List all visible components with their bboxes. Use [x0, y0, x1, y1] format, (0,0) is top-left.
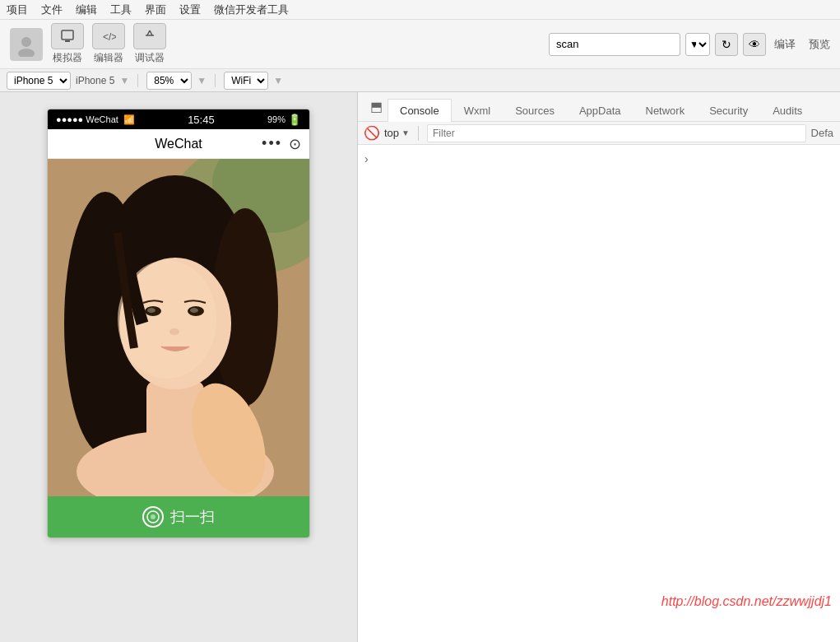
- console-content: › http://blog.csdn.net/zzwwjjdj1: [358, 145, 840, 642]
- debugger-icon: [133, 23, 166, 49]
- context-selector[interactable]: top ▼: [384, 127, 410, 139]
- svg-point-21: [147, 308, 155, 313]
- console-chevron[interactable]: ›: [364, 152, 369, 165]
- console-toolbar: 🚫 top ▼ Defa: [358, 122, 840, 145]
- editor-label: 编辑器: [94, 51, 123, 65]
- phone-content-image: [48, 159, 309, 496]
- search-input[interactable]: [549, 33, 680, 56]
- toolbar: 模拟器 </> 编辑器 调试器 ▼ ↻ 👁 编译 预览: [0, 20, 840, 69]
- network-select[interactable]: WiFi: [224, 72, 268, 90]
- phone-status-bar: ●●●●● WeChat 📶 15:45 99% 🔋: [48, 109, 309, 129]
- simulator-button[interactable]: 模拟器: [51, 23, 84, 65]
- phone-mockup: ●●●●● WeChat 📶 15:45 99% 🔋 WeChat ••• ⊙: [47, 109, 310, 538]
- left-panel: ●●●●● WeChat 📶 15:45 99% 🔋 WeChat ••• ⊙: [0, 92, 358, 642]
- menu-item-tools[interactable]: 工具: [110, 2, 132, 17]
- preview-button[interactable]: 预览: [809, 37, 830, 52]
- avatar: [10, 28, 43, 61]
- phone-signal: ●●●●● WeChat 📶: [56, 114, 135, 125]
- tab-wxml[interactable]: Wxml: [452, 99, 504, 122]
- more-icon[interactable]: •••: [262, 135, 282, 152]
- menu-item-wechat[interactable]: 微信开发者工具: [214, 2, 289, 17]
- svg-text:</>: </>: [103, 31, 116, 43]
- menu-item-edit[interactable]: 编辑: [76, 2, 97, 17]
- svg-point-0: [21, 37, 31, 47]
- simulator-label: 模拟器: [53, 51, 82, 65]
- watermark-url: http://blog.csdn.net/zzwwjjdj1: [661, 594, 832, 609]
- phone-time: 15:45: [188, 114, 215, 126]
- tab-audits[interactable]: Audits: [760, 99, 814, 122]
- search-eye-button[interactable]: 👁: [743, 33, 766, 56]
- editor-icon: </>: [92, 23, 125, 49]
- menu-item-ui[interactable]: 界面: [145, 2, 166, 17]
- battery-percent: 99%: [267, 114, 285, 124]
- scan-label: 扫一扫: [170, 507, 215, 527]
- translate-button[interactable]: 编译: [774, 37, 796, 52]
- toolbar-divider: [418, 126, 419, 141]
- context-dropdown-arrow: ▼: [401, 128, 410, 137]
- menu-item-project[interactable]: 项目: [7, 2, 28, 17]
- phone-container: ●●●●● WeChat 📶 15:45 99% 🔋 WeChat ••• ⊙: [0, 92, 357, 642]
- svg-rect-3: [65, 40, 70, 42]
- devtools-navigate-icon[interactable]: ⬒: [364, 95, 388, 118]
- divider2: [215, 74, 216, 87]
- tab-security[interactable]: Security: [697, 99, 760, 122]
- tab-sources[interactable]: Sources: [503, 99, 567, 122]
- tab-appdata[interactable]: AppData: [567, 99, 633, 122]
- battery-icon: 🔋: [288, 114, 301, 126]
- main-area: ●●●●● WeChat 📶 15:45 99% 🔋 WeChat ••• ⊙: [0, 92, 840, 642]
- debugger-label: 调试器: [135, 51, 165, 65]
- device-select[interactable]: iPhone 5: [7, 72, 71, 90]
- tab-network[interactable]: Network: [633, 99, 698, 122]
- svg-point-22: [190, 308, 198, 313]
- scan-button[interactable]: 扫一扫: [48, 496, 309, 537]
- devtools-panel: ⬒ Console Wxml Sources AppData Network S…: [358, 92, 840, 642]
- target-icon[interactable]: ⊙: [289, 135, 301, 153]
- svg-point-1: [18, 49, 35, 57]
- no-entry-icon[interactable]: 🚫: [364, 126, 379, 141]
- svg-point-26: [151, 514, 155, 519]
- tab-console[interactable]: Console: [388, 99, 452, 122]
- svg-rect-2: [62, 30, 73, 40]
- filter-input[interactable]: [427, 124, 806, 142]
- debugger-button[interactable]: 调试器: [133, 23, 166, 65]
- default-label: Defa: [811, 127, 833, 139]
- menu-item-settings[interactable]: 设置: [179, 2, 201, 17]
- carrier-label: ●●●●● WeChat: [56, 114, 118, 124]
- devtools-tabs: ⬒ Console Wxml Sources AppData Network S…: [358, 92, 840, 122]
- editor-button[interactable]: </> 编辑器: [92, 23, 125, 65]
- divider: [137, 74, 138, 87]
- svg-line-6: [150, 30, 152, 35]
- phone-title: WeChat: [155, 137, 202, 151]
- phone-battery-area: 99% 🔋: [267, 114, 301, 126]
- toolbar-actions: 编译 预览: [774, 37, 830, 52]
- wifi-icon: 📶: [123, 114, 135, 125]
- device-name-label: iPhone 5: [76, 75, 114, 86]
- zoom-select[interactable]: 85%: [146, 72, 192, 90]
- context-label: top: [384, 127, 399, 139]
- simulator-icon: [51, 23, 84, 49]
- phone-title-bar: WeChat ••• ⊙: [48, 129, 309, 159]
- search-type-select[interactable]: ▼: [685, 33, 710, 56]
- menu-item-file[interactable]: 文件: [41, 2, 63, 17]
- scan-button-icon: [142, 506, 164, 528]
- search-area: ▼ ↻ 👁: [549, 33, 766, 56]
- svg-line-5: [147, 30, 150, 35]
- search-refresh-button[interactable]: ↻: [715, 33, 738, 56]
- svg-point-23: [169, 328, 179, 335]
- device-controls-bar: iPhone 5 iPhone 5 ▼ 85% ▼ WiFi ▼: [0, 69, 840, 92]
- phone-title-icons: ••• ⊙: [262, 135, 301, 153]
- menu-bar: 项目 文件 编辑 工具 界面 设置 微信开发者工具: [0, 0, 840, 20]
